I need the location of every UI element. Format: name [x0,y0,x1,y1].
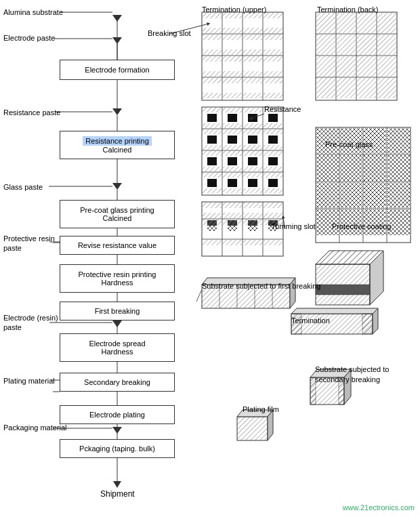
svg-rect-154 [228,179,237,187]
svg-rect-91 [337,35,356,55]
svg-rect-142 [228,157,237,165]
svg-rect-141 [207,157,217,165]
svg-rect-93 [377,35,396,55]
svg-rect-72 [223,78,242,83]
box-electrode-spread: Electrode spread Hardness [60,333,175,362]
svg-rect-54 [264,28,282,33]
svg-marker-31 [113,481,121,488]
svg-rect-150 [223,188,242,193]
label-protective-resin: Protective resinpaste [3,234,55,253]
svg-rect-134 [223,151,242,156]
svg-rect-199 [223,220,242,225]
svg-rect-97 [377,56,396,77]
svg-rect-111 [243,108,262,112]
svg-rect-155 [248,179,257,187]
svg-rect-70 [264,71,282,77]
svg-rect-113 [203,123,222,128]
svg-rect-153 [207,179,217,187]
label-secondary-break: Substrate subjected tosecondary breaking [315,365,389,386]
svg-rect-95 [337,56,356,77]
svg-marker-29 [112,427,122,434]
shipment-label: Shipment [100,489,135,499]
svg-rect-76 [223,93,242,98]
label-plating-film: Plating film [243,405,279,413]
svg-rect-118 [228,114,237,122]
label-resistance-paste: Resistance paste [3,108,60,117]
resistance-printing-label: Resistance printing [83,136,152,146]
svg-rect-77 [243,93,262,98]
svg-rect-168 [316,155,339,181]
svg-rect-205 [264,240,282,245]
svg-rect-188 [243,203,262,208]
svg-rect-131 [248,136,257,144]
box-resistance-printing: Resistance printing Calcined [60,131,175,159]
svg-rect-66 [264,56,282,62]
svg-rect-232 [237,417,268,440]
svg-rect-143 [248,157,257,165]
svg-rect-57 [243,35,262,40]
svg-marker-23 [112,320,122,327]
svg-rect-152 [264,188,282,193]
label-resistance: Resistance [264,105,301,113]
svg-rect-50 [264,13,282,18]
svg-rect-187 [223,203,242,208]
svg-rect-127 [243,145,262,150]
svg-rect-149 [203,188,222,193]
svg-rect-175 [387,182,410,208]
svg-rect-115 [243,123,262,128]
svg-rect-99 [337,78,356,98]
svg-rect-68 [223,71,242,77]
svg-rect-145 [203,173,222,178]
svg-rect-132 [268,136,278,144]
label-electrode-paste: Electrode paste [3,34,55,42]
svg-rect-171 [387,155,410,181]
svg-rect-191 [223,213,242,218]
svg-rect-92 [357,35,376,55]
svg-rect-136 [264,151,282,156]
svg-rect-133 [203,151,222,156]
svg-rect-189 [264,203,282,208]
svg-rect-65 [243,56,262,62]
svg-rect-206 [207,226,217,231]
label-trimming-slot: Trimming slot [271,222,316,230]
svg-rect-75 [203,93,222,98]
svg-rect-94 [316,56,335,77]
svg-marker-8 [112,15,122,22]
svg-rect-88 [357,13,376,33]
box-protective-resin: Protective resin printing Hardness [60,264,175,293]
label-precoat-glass: Pre-coat glass [325,140,373,148]
svg-rect-59 [203,49,222,55]
svg-rect-156 [268,179,278,187]
svg-rect-121 [203,129,222,134]
svg-rect-193 [264,213,282,218]
svg-rect-110 [223,108,242,112]
svg-rect-101 [377,78,396,98]
svg-rect-139 [243,167,262,171]
watermark: www.21ectronics.com [343,503,415,512]
svg-rect-71 [203,78,222,83]
label-glass-paste: Glass paste [3,183,43,191]
svg-rect-89 [377,13,396,33]
svg-marker-9 [112,37,122,44]
svg-rect-202 [203,240,222,245]
svg-rect-53 [243,28,262,33]
svg-rect-226 [362,314,373,334]
svg-rect-69 [243,71,262,77]
svg-rect-73 [243,78,262,83]
svg-rect-148 [264,173,282,178]
svg-rect-167 [387,128,410,154]
svg-rect-124 [264,129,282,134]
label-termination-upper: Termination (upper) [202,5,266,14]
svg-rect-96 [357,56,376,77]
svg-rect-147 [243,173,262,178]
box-electrode-plating: Electrode plating [60,405,175,424]
svg-rect-170 [364,155,386,181]
svg-rect-60 [223,49,242,55]
svg-rect-100 [357,78,376,98]
svg-rect-51 [203,28,222,33]
svg-rect-87 [337,13,356,33]
svg-rect-74 [264,78,282,83]
box-packaging: Pckaging (taping. bulk) [60,439,175,458]
svg-rect-174 [364,182,386,208]
svg-rect-56 [223,35,242,40]
